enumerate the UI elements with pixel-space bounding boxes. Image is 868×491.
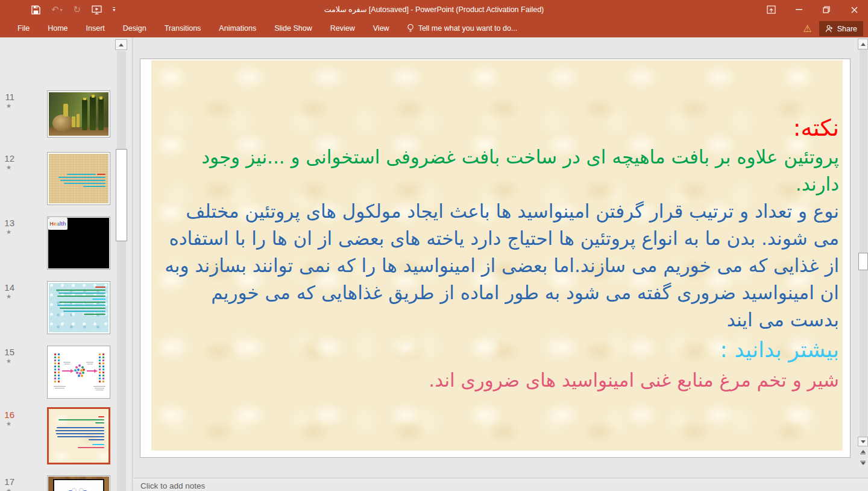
next-slide-button[interactable]: [860, 461, 866, 465]
slide-thumbnail-12[interactable]: [47, 152, 110, 205]
note-heading[interactable]: نکته:: [160, 112, 839, 144]
customize-qat-button[interactable]: ▾: [113, 0, 115, 19]
thumbnail-number-15: 15: [0, 347, 14, 357]
close-button[interactable]: [840, 0, 868, 19]
customize-qat-icon: ▾: [113, 7, 115, 12]
tab-file[interactable]: File: [8, 19, 39, 37]
tell-me-label: Tell me what you want to do...: [418, 24, 518, 33]
thumbnail-scrollbar-thumb[interactable]: [116, 149, 127, 241]
tab-home[interactable]: Home: [39, 19, 77, 37]
notes-placeholder[interactable]: Click to add notes: [140, 481, 205, 490]
editor-scrollbar-track[interactable]: [860, 49, 867, 437]
share-area: ⚠ Share: [803, 21, 863, 36]
slide-thumbnail-11[interactable]: [47, 90, 110, 138]
parchment-background: [49, 154, 108, 203]
window-title: سفره سلامت [Autosaved] - PowerPoint (Pro…: [121, 0, 747, 19]
slide-thumbnail-15[interactable]: [47, 346, 110, 399]
green-paragraph[interactable]: پروتئین علاوه بر بافت ماهیچه ای در ساخت …: [160, 144, 839, 198]
share-button[interactable]: Share: [819, 21, 863, 36]
quick-access-toolbar: ↶ ▾ ↻ ▾: [31, 0, 115, 19]
tell-me-box[interactable]: Tell me what you want to do...: [407, 24, 518, 33]
thumbnail-number-16: 16: [0, 410, 14, 420]
editor-scroll-down-button[interactable]: [858, 437, 868, 446]
editor-scrollbar-thumb[interactable]: [858, 253, 868, 270]
window-controls: [757, 0, 868, 19]
animation-star-icon: ★: [6, 487, 11, 491]
slide-text-box[interactable]: نکته: پروتئین علاوه بر بافت ماهیچه ای در…: [160, 112, 839, 394]
animation-star-icon: ★: [6, 358, 11, 364]
save-button[interactable]: [31, 0, 40, 19]
undo-dropdown-icon: ▾: [60, 7, 63, 13]
animation-star-icon: ★: [6, 293, 11, 300]
ribbon-tab-row: File Home Insert Design Transitions Anim…: [0, 19, 868, 37]
slide-thumbnail-13[interactable]: Health: [47, 217, 110, 270]
animation-star-icon: ★: [6, 164, 11, 171]
tab-review[interactable]: Review: [321, 19, 364, 37]
slide-thumbnail-panel: 11 ★ 12 ★: [0, 37, 132, 491]
thumbnail-scrollbar-track[interactable]: [117, 51, 126, 491]
cream-background: [49, 409, 108, 463]
double-down-icon: [861, 462, 866, 465]
animation-star-icon: ★: [6, 229, 11, 235]
tab-view[interactable]: View: [364, 19, 398, 37]
powerpoint-window: ↶ ▾ ↻ ▾ سفره سلامت [Autosaved] - PowerPo…: [0, 0, 868, 491]
undo-button[interactable]: ↶ ▾: [51, 0, 63, 19]
slide-canvas[interactable]: نکته: پروتئین علاوه بر بافت ماهیچه ای در…: [140, 59, 851, 458]
thumbnail-number-13: 13: [0, 218, 14, 228]
thumbnail-scroll-up-button[interactable]: [115, 39, 127, 50]
tab-animations[interactable]: Animations: [210, 19, 265, 37]
minimize-icon: [796, 9, 802, 10]
protein-synthesis-diagram: [49, 347, 108, 397]
slideshow-icon: [92, 5, 102, 14]
ribbon-display-options-icon: [767, 5, 776, 14]
olive-oil-photo: [49, 92, 108, 136]
person-icon: [825, 25, 833, 33]
slide-thumbnail-14[interactable]: [47, 281, 110, 334]
slide-parchment-background: نکته: پروتئین علاوه بر بافت ماهیچه ای در…: [151, 60, 843, 451]
slide-thumbnail-16-selected[interactable]: [47, 407, 110, 464]
undo-icon: ↶: [51, 4, 59, 15]
share-label: Share: [837, 25, 857, 33]
minimize-button[interactable]: [785, 0, 813, 19]
title-bar: ↶ ▾ ↻ ▾ سفره سلامت [Autosaved] - PowerPo…: [0, 0, 868, 19]
thumbnail-number-14: 14: [0, 282, 14, 293]
restore-button[interactable]: [813, 0, 840, 19]
tab-transitions[interactable]: Transitions: [156, 19, 210, 37]
redo-icon: ↻: [74, 4, 81, 15]
panel-splitter[interactable]: [132, 37, 133, 491]
double-up-icon: [861, 450, 866, 453]
close-icon: [851, 7, 858, 13]
restore-icon: [823, 6, 830, 13]
activation-warning-icon[interactable]: ⚠: [803, 23, 811, 34]
previous-slide-button[interactable]: [860, 450, 866, 454]
editor-scroll-up-button[interactable]: [858, 39, 868, 49]
tab-design[interactable]: Design: [114, 19, 156, 37]
start-from-beginning-button[interactable]: [92, 0, 102, 19]
tab-slide-show[interactable]: Slide Show: [265, 19, 321, 37]
more-heading[interactable]: بیشتر بدانید :: [160, 334, 839, 366]
pink-paragraph[interactable]: شیر و تخم مرغ منابع غنی امینواسید های ضر…: [160, 366, 839, 394]
notes-pane[interactable]: Click to add notes: [134, 478, 868, 491]
thumbnail-number-11: 11: [0, 92, 14, 102]
lightbulb-icon: [407, 24, 414, 33]
blue-pattern-background: [49, 283, 108, 332]
health-logo: Health: [48, 218, 68, 230]
molecule-image: [53, 479, 104, 491]
animation-star-icon: ★: [6, 420, 11, 427]
ribbon-display-options-button[interactable]: [757, 0, 785, 19]
blue-paragraph[interactable]: نوع و تعداد و ترتیب قرار گرفتن امینواسید…: [160, 198, 839, 334]
thumbnail-number-17: 17: [0, 477, 14, 487]
slide-thumbnail-17[interactable]: [47, 475, 110, 491]
thumbnail-number-12: 12: [0, 153, 14, 163]
animation-star-icon: ★: [6, 103, 11, 109]
redo-button[interactable]: ↻: [74, 0, 81, 19]
tab-insert[interactable]: Insert: [77, 19, 114, 37]
